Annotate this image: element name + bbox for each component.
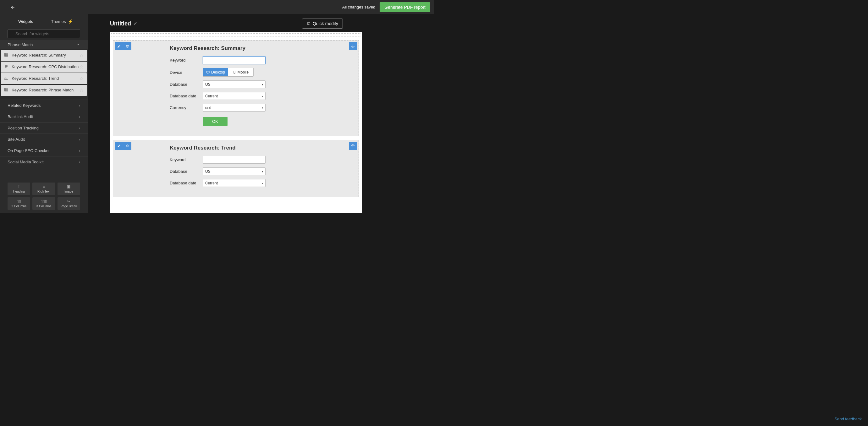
quick-modify-button[interactable]: Quick modify bbox=[302, 19, 343, 29]
toggle-label: Mobile bbox=[238, 70, 249, 74]
edit-widget-button[interactable] bbox=[115, 142, 123, 150]
widget-cpc-distribution[interactable]: Keyword Research: CPC Distribution ☆ bbox=[1, 62, 87, 72]
delete-widget-button[interactable] bbox=[123, 42, 131, 50]
star-icon[interactable]: ☆ bbox=[80, 88, 84, 93]
category-site-audit[interactable]: Site Audit › bbox=[0, 133, 88, 145]
chevron-right-icon: › bbox=[79, 103, 80, 108]
bar-chart-icon bbox=[4, 76, 9, 81]
ok-button[interactable]: OK bbox=[203, 117, 227, 126]
toggle-label: Desktop bbox=[211, 70, 225, 74]
keyword-input[interactable] bbox=[203, 56, 266, 64]
save-status: All changes saved bbox=[342, 5, 376, 9]
delete-widget-button[interactable] bbox=[123, 142, 131, 150]
widget-label: Keyword Research: Phrase Match bbox=[12, 88, 80, 93]
bolt-icon: ⚡ bbox=[68, 19, 73, 24]
sidebar: Widgets Themes ⚡ Phrase Match bbox=[0, 14, 88, 213]
tool-rich-text[interactable]: ≡ Rich Text bbox=[32, 183, 55, 195]
tab-themes-label: Themes bbox=[51, 19, 66, 24]
columns-icon: ▯▯ bbox=[8, 199, 29, 204]
widget-block-summary: Keyword Research: Summary Keyword Device… bbox=[113, 40, 359, 136]
database-date-label: Database date bbox=[170, 181, 203, 185]
device-mobile-option[interactable]: Mobile bbox=[228, 68, 253, 76]
database-select[interactable] bbox=[203, 80, 266, 88]
back-button[interactable] bbox=[10, 4, 16, 10]
star-icon[interactable]: ☆ bbox=[80, 64, 84, 69]
keyword-label: Keyword bbox=[170, 58, 203, 63]
tool-page-break[interactable]: ✂ Page Break bbox=[58, 197, 80, 210]
lines-icon: ≡ bbox=[33, 185, 54, 189]
database-select[interactable] bbox=[203, 167, 266, 175]
category-related-keywords[interactable]: Related Keywords › bbox=[0, 100, 88, 111]
widget-phrase-match[interactable]: Keyword Research: Phrase Match ☆ bbox=[1, 85, 87, 96]
page-separator bbox=[111, 33, 361, 36]
currency-label: Currency bbox=[170, 105, 203, 110]
tool-label: Image bbox=[58, 190, 79, 193]
keyword-label: Keyword bbox=[170, 157, 203, 162]
svg-rect-2 bbox=[5, 88, 8, 91]
widget-title: Keyword Research: Summary bbox=[170, 45, 351, 52]
image-icon: ▣ bbox=[58, 185, 79, 189]
tool-3-columns[interactable]: ▯▯▯ 3 Columns bbox=[32, 197, 55, 210]
widget-label: Keyword Research: Trend bbox=[12, 76, 80, 81]
search-input[interactable] bbox=[7, 30, 80, 38]
generate-pdf-button[interactable]: Generate PDF report bbox=[380, 2, 430, 12]
move-widget-button[interactable] bbox=[349, 142, 357, 150]
device-label: Device bbox=[170, 70, 203, 75]
tool-label: Heading bbox=[8, 190, 29, 193]
desktop-icon bbox=[206, 71, 210, 74]
text-icon: T bbox=[8, 185, 29, 189]
table-icon bbox=[4, 53, 9, 58]
category-backlink-audit[interactable]: Backlink Audit › bbox=[0, 111, 88, 122]
group-label: Phrase Match bbox=[7, 42, 33, 47]
pencil-icon[interactable] bbox=[133, 22, 137, 26]
chevron-down-icon bbox=[76, 42, 80, 47]
currency-select[interactable] bbox=[203, 104, 266, 111]
columns-icon: ▯▯▯ bbox=[33, 199, 54, 204]
list-icon bbox=[4, 64, 9, 69]
database-label: Database bbox=[170, 82, 203, 87]
tab-widgets[interactable]: Widgets bbox=[7, 17, 44, 27]
chevron-right-icon: › bbox=[79, 126, 80, 130]
quick-modify-label: Quick modify bbox=[313, 21, 338, 26]
chevron-right-icon: › bbox=[79, 114, 80, 119]
device-desktop-option[interactable]: Desktop bbox=[203, 68, 228, 76]
group-phrase-match[interactable]: Phrase Match bbox=[0, 40, 88, 49]
tab-themes[interactable]: Themes ⚡ bbox=[44, 17, 81, 27]
star-icon[interactable]: ☆ bbox=[80, 53, 84, 58]
widget-block-trend: Keyword Research: Trend Keyword Database… bbox=[113, 140, 359, 197]
category-label: Backlink Audit bbox=[7, 114, 33, 119]
scissors-icon: ✂ bbox=[58, 199, 79, 204]
category-label: Position Tracking bbox=[7, 126, 39, 130]
edit-widget-button[interactable] bbox=[115, 42, 123, 50]
tool-2-columns[interactable]: ▯▯ 2 Columns bbox=[7, 197, 30, 210]
category-on-page-seo[interactable]: On Page SEO Checker › bbox=[0, 145, 88, 156]
category-label: On Page SEO Checker bbox=[7, 148, 50, 153]
database-date-select[interactable] bbox=[203, 179, 266, 187]
tool-label: Rich Text bbox=[33, 190, 54, 193]
category-social-media[interactable]: Social Media Toolkit › bbox=[0, 156, 88, 167]
database-date-label: Database date bbox=[170, 94, 203, 98]
widget-keyword-summary[interactable]: Keyword Research: Summary ☆ bbox=[1, 50, 87, 61]
widget-trend[interactable]: Keyword Research: Trend ☆ bbox=[1, 73, 87, 84]
category-position-tracking[interactable]: Position Tracking › bbox=[0, 122, 88, 133]
database-label: Database bbox=[170, 169, 203, 174]
device-toggle: Desktop Mobile bbox=[203, 68, 254, 77]
page-title: Untitled bbox=[110, 21, 131, 27]
tool-label: Page Break bbox=[58, 204, 79, 208]
tool-heading[interactable]: T Heading bbox=[7, 183, 30, 195]
widget-title: Keyword Research: Trend bbox=[170, 145, 351, 151]
tool-image[interactable]: ▣ Image bbox=[58, 183, 80, 195]
category-label: Social Media Toolkit bbox=[7, 160, 44, 164]
tool-label: 3 Columns bbox=[33, 204, 54, 208]
move-widget-button[interactable] bbox=[349, 42, 357, 50]
keyword-input[interactable] bbox=[203, 156, 266, 164]
svg-point-5 bbox=[234, 73, 235, 73]
star-icon[interactable]: ☆ bbox=[80, 76, 84, 81]
category-label: Site Audit bbox=[7, 137, 25, 142]
svg-rect-3 bbox=[207, 71, 209, 73]
chevron-right-icon: › bbox=[79, 148, 80, 153]
category-label: Related Keywords bbox=[7, 103, 41, 108]
widget-label: Keyword Research: Summary bbox=[12, 53, 80, 58]
chevron-right-icon: › bbox=[79, 160, 80, 164]
database-date-select[interactable] bbox=[203, 92, 266, 100]
